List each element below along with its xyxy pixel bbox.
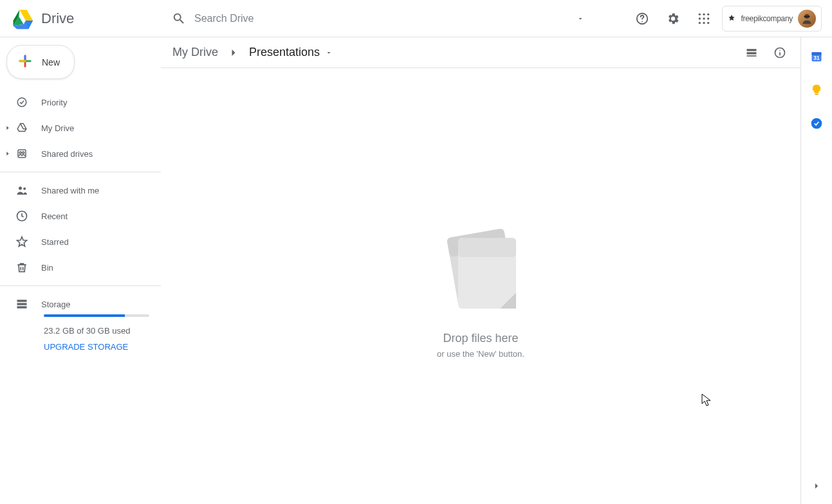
search-bar[interactable] bbox=[161, 4, 598, 33]
storage-section: Storage 23.2 GB of 30 GB used UPGRADE ST… bbox=[0, 291, 161, 352]
storage-fill bbox=[44, 314, 125, 317]
nav-divider bbox=[0, 172, 161, 172]
svg-rect-32 bbox=[458, 238, 516, 257]
svg-point-18 bbox=[23, 188, 26, 190]
apps-grid-icon[interactable] bbox=[691, 6, 717, 32]
svg-rect-25 bbox=[747, 55, 757, 57]
nav-label: Shared with me bbox=[41, 186, 99, 195]
chevron-down-icon bbox=[325, 49, 333, 57]
svg-point-4 bbox=[707, 13, 709, 15]
logo-area[interactable]: Drive bbox=[10, 6, 161, 32]
nav-item-priority[interactable]: Priority bbox=[0, 89, 161, 115]
nav-label: Recent bbox=[41, 212, 68, 221]
svg-point-2 bbox=[699, 13, 701, 15]
svg-point-5 bbox=[699, 17, 701, 19]
side-panel-toggle[interactable] bbox=[811, 481, 822, 494]
empty-subtitle: or use the 'New' button. bbox=[437, 349, 524, 359]
settings-icon[interactable] bbox=[660, 6, 686, 32]
search-input[interactable] bbox=[192, 13, 568, 24]
check-circle-icon bbox=[15, 96, 28, 109]
nav-divider bbox=[0, 285, 161, 286]
nav-label: Starred bbox=[41, 237, 69, 247]
sidebar: New Priority My Drive bbox=[0, 37, 161, 504]
svg-rect-36 bbox=[815, 94, 818, 95]
star-icon bbox=[15, 235, 28, 248]
storage-icon bbox=[15, 298, 28, 310]
svg-point-8 bbox=[699, 22, 701, 24]
svg-point-1 bbox=[642, 21, 643, 22]
search-options-dropdown[interactable] bbox=[568, 6, 593, 32]
nav-item-bin[interactable]: Bin bbox=[0, 255, 161, 280]
svg-point-16 bbox=[23, 152, 24, 154]
new-button[interactable]: New bbox=[6, 45, 75, 79]
svg-rect-24 bbox=[747, 52, 757, 54]
brand-icon bbox=[728, 13, 735, 24]
svg-point-28 bbox=[779, 50, 781, 51]
svg-rect-14 bbox=[18, 150, 26, 158]
svg-rect-20 bbox=[17, 300, 27, 302]
main-area: My Drive Presentations bbox=[161, 37, 801, 504]
empty-title: Drop files here bbox=[443, 332, 518, 345]
svg-point-10 bbox=[707, 22, 709, 24]
header-actions: freepikcompany bbox=[629, 6, 822, 32]
breadcrumb-current-label: Presentations bbox=[249, 46, 320, 59]
nav-list-primary: Priority My Drive Shared drives bbox=[0, 89, 161, 166]
upgrade-storage-link[interactable]: UPGRADE STORAGE bbox=[44, 342, 149, 352]
app-header: Drive bbox=[0, 0, 832, 37]
view-actions bbox=[739, 40, 793, 66]
svg-point-17 bbox=[19, 186, 22, 190]
people-icon bbox=[15, 184, 28, 197]
svg-text:31: 31 bbox=[813, 55, 820, 61]
app-name: Drive bbox=[41, 10, 74, 27]
list-view-icon[interactable] bbox=[739, 40, 764, 66]
breadcrumb-bar: My Drive Presentations bbox=[161, 37, 800, 68]
new-button-label: New bbox=[42, 57, 60, 68]
shared-drive-icon bbox=[15, 147, 28, 160]
tasks-icon[interactable] bbox=[810, 117, 823, 130]
svg-point-3 bbox=[703, 13, 705, 15]
breadcrumb-current[interactable]: Presentations bbox=[244, 43, 338, 62]
nav-item-shared-with-me[interactable]: Shared with me bbox=[0, 177, 161, 203]
trash-icon bbox=[15, 261, 28, 274]
app-body: New Priority My Drive bbox=[0, 37, 832, 504]
nav-label: Bin bbox=[41, 263, 53, 273]
expand-icon[interactable] bbox=[4, 150, 12, 158]
nav-label: Priority bbox=[41, 98, 67, 107]
search-icon[interactable] bbox=[166, 6, 192, 32]
nav-item-my-drive[interactable]: My Drive bbox=[0, 115, 161, 141]
nav-item-storage[interactable]: Storage bbox=[15, 291, 149, 317]
empty-state[interactable]: Drop files here or use the 'New' button. bbox=[161, 68, 800, 504]
nav-label: My Drive bbox=[41, 123, 74, 133]
svg-rect-12 bbox=[804, 15, 809, 17]
account-switcher[interactable]: freepikcompany bbox=[722, 6, 822, 32]
nav-list-secondary: Shared with me Recent Starred Bin bbox=[0, 177, 161, 280]
svg-point-15 bbox=[19, 152, 21, 154]
drive-logo-icon bbox=[10, 6, 36, 32]
svg-rect-22 bbox=[17, 306, 27, 308]
svg-point-6 bbox=[703, 17, 705, 19]
svg-point-7 bbox=[707, 17, 709, 19]
keep-icon[interactable] bbox=[810, 84, 823, 96]
chevron-right-icon bbox=[227, 46, 240, 59]
storage-used-text: 23.2 GB of 30 GB used bbox=[44, 326, 149, 336]
drive-icon bbox=[15, 122, 28, 134]
svg-rect-13 bbox=[17, 98, 26, 107]
nav-item-recent[interactable]: Recent bbox=[0, 203, 161, 229]
help-icon[interactable] bbox=[629, 6, 655, 32]
storage-bar bbox=[44, 314, 149, 317]
breadcrumb-root[interactable]: My Drive bbox=[167, 43, 223, 62]
nav-label: Shared drives bbox=[41, 149, 93, 159]
svg-rect-23 bbox=[747, 49, 757, 51]
nav-item-starred[interactable]: Starred bbox=[0, 229, 161, 255]
nav-item-shared-drives[interactable]: Shared drives bbox=[0, 141, 161, 166]
clock-icon bbox=[15, 210, 28, 222]
svg-point-37 bbox=[811, 118, 822, 129]
expand-icon[interactable] bbox=[4, 124, 12, 132]
brand-label: freepikcompany bbox=[741, 14, 793, 23]
avatar bbox=[798, 10, 816, 28]
svg-point-9 bbox=[703, 22, 705, 24]
calendar-icon[interactable]: 31 bbox=[810, 50, 823, 63]
info-icon[interactable] bbox=[767, 40, 793, 66]
empty-illustration bbox=[429, 213, 532, 316]
side-panel: 31 bbox=[801, 37, 832, 504]
